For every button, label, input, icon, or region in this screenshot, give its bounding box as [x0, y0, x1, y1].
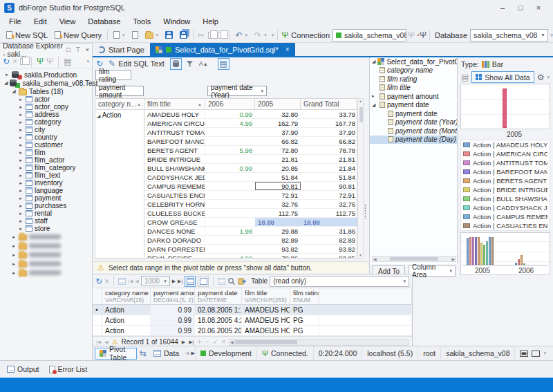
pivot-total-cell[interactable]: 37.90 [301, 128, 357, 136]
pivot-total-cell[interactable]: 112.75 [301, 209, 357, 217]
pivot-2005-cell[interactable]: 90.81 [255, 182, 301, 190]
grid-cell[interactable]: 0.99 [151, 305, 195, 315]
tree-table-rental[interactable]: ▸rental [0, 209, 92, 217]
status-overflow-icon[interactable]: ▾ [543, 351, 546, 356]
expander-icon[interactable]: ◢ [11, 88, 17, 94]
pivot-2005-cell[interactable]: 21.81 [255, 155, 301, 163]
pivot-total-cell[interactable]: 51.84 [301, 173, 357, 181]
tree-hidden-group[interactable]: ▸ [0, 268, 92, 277]
pivot-row-header-title[interactable]: film title▲ [144, 99, 205, 110]
expander-icon[interactable]: ▸ [18, 173, 24, 178]
pivot-film-title-cell[interactable]: CADDYSHACK JEDI [144, 173, 205, 181]
pivot-2006-cell[interactable]: 1.98 [205, 227, 255, 235]
error-list-button[interactable]: Error List [46, 364, 91, 375]
grid-cell[interactable]: AMADEUS HOLY [242, 305, 290, 315]
pivot-2005-cell[interactable]: 162.79 [255, 119, 301, 127]
grid-cell[interactable]: AMADEUS HOLY [242, 326, 290, 335]
field-item[interactable]: category name [370, 66, 457, 75]
expander-icon[interactable]: ▸ [18, 196, 24, 201]
pivot-total-cell[interactable]: 21.84 [301, 164, 357, 172]
expander-icon[interactable]: ▸ [18, 142, 24, 148]
pivot-total-cell[interactable]: 31.86 [301, 227, 357, 235]
explorer-new-connection-icon[interactable]: Ψ [37, 57, 44, 66]
toolbar-overflow-icon[interactable]: ▾ [272, 32, 274, 38]
expander-icon[interactable]: ◢ [4, 80, 8, 86]
redo-button[interactable]: ↷▾ [251, 30, 270, 41]
pivot-total-cell[interactable]: 82.89 [301, 236, 357, 244]
tree-table-film_category[interactable]: ▸film_category [0, 164, 92, 171]
expander-icon[interactable]: ▸ [18, 226, 24, 232]
field-item[interactable]: payment date (Day) [370, 136, 457, 144]
connection-select[interactable]: sakila_schema_v08... ▾ [332, 29, 406, 41]
tree-table-inventory[interactable]: ▸inventory [0, 179, 92, 187]
prev-page-icon[interactable]: ◀ [135, 279, 138, 284]
toolbar-overflow-icon-2[interactable]: ▾ [551, 32, 553, 38]
pivot-2006-cell[interactable] [205, 209, 255, 217]
grid-cell[interactable]: 0.99 [151, 326, 195, 335]
tree-table-staff[interactable]: ▸staff [0, 217, 92, 225]
new-connection-icon[interactable]: Ψ [280, 31, 290, 39]
pivot-2005-cell[interactable]: 72.91 [255, 191, 301, 199]
table-mode-select[interactable]: (read only)▾ [270, 276, 409, 287]
pivot-column-header-2006[interactable]: 2006 [205, 99, 255, 110]
expander-icon[interactable]: ▸ [11, 252, 17, 258]
pivot-film-title-cell[interactable]: CLUELESS BUCKET [144, 209, 205, 217]
menu-edit[interactable]: Edit [28, 16, 53, 27]
chart-type-select[interactable]: Bar [492, 60, 503, 68]
save-all-button[interactable] [176, 30, 191, 40]
grid-column-header-category-name[interactable]: category nameVARCHAR(25) [102, 288, 151, 304]
paste-icon[interactable] [216, 32, 227, 39]
grid-cell[interactable]: PG [290, 326, 319, 335]
explorer-close-icon[interactable]: × [86, 46, 89, 53]
grid-cell[interactable]: PG [290, 305, 319, 315]
pivot-2006-cell[interactable] [205, 218, 255, 226]
grid-row[interactable]: Action0.9918.08.2005 4:26:54AMADEUS HOLY… [93, 315, 412, 326]
search-data-icon[interactable] [227, 277, 236, 286]
tree-server-test[interactable]: ◢sakila_schema_v08.Test [0, 79, 92, 87]
expander-icon[interactable]: ▸ [11, 270, 17, 276]
data-source-toggle[interactable] [170, 58, 182, 70]
menu-window[interactable]: Window [157, 16, 196, 27]
explorer-duplicate-icon[interactable] [20, 58, 26, 65]
record-cancel-icon[interactable]: × [222, 338, 226, 346]
swap-views-icon[interactable]: ⇆ [140, 349, 147, 357]
cut-icon[interactable]: ✂ [196, 31, 206, 39]
explorer-float-icon[interactable]: □ [66, 46, 70, 53]
undo-button[interactable]: ↶▾ [232, 30, 252, 41]
pivot-total-cell[interactable]: 32.76 [301, 200, 357, 208]
grid-cell[interactable]: 02.08.2005 1:16:59 [195, 305, 242, 315]
pivot-2006-cell[interactable]: 4.99 [205, 254, 255, 259]
pivot-2006-cell[interactable] [205, 191, 255, 199]
export-data-icon[interactable] [238, 277, 246, 286]
pivot-film-title-cell[interactable]: BERETS AGENT [144, 146, 205, 154]
pivot-2006-cell[interactable] [205, 236, 255, 244]
pin-grid-icon[interactable] [218, 278, 225, 285]
pivot-2006-cell[interactable]: 0.99 [205, 164, 255, 172]
expander-icon[interactable]: ▸ [11, 243, 17, 249]
pivot-total-cell[interactable]: 78.78 [301, 146, 357, 154]
expander-icon[interactable]: ◢ [372, 102, 377, 108]
pivot-2005-cell[interactable]: 29.88 [255, 227, 301, 235]
pivot-2005-cell[interactable]: 112.75 [255, 209, 301, 217]
expander-icon[interactable]: ▸ [11, 234, 17, 240]
pivot-total-cell[interactable]: 90.81 [301, 182, 357, 190]
expander-icon[interactable]: ▸ [18, 188, 24, 194]
grid-stop-icon[interactable]: × [104, 277, 109, 286]
new-query-button[interactable]: New Query [51, 30, 105, 41]
tree-hidden-group[interactable]: ▸ [0, 250, 92, 259]
record-add-icon[interactable]: + [197, 338, 201, 346]
pivot-2005-cell[interactable]: 51.84 [255, 173, 301, 181]
record-first-icon[interactable]: |◀ [96, 339, 101, 345]
pivot-column-header-2005[interactable]: 2005 [255, 99, 301, 110]
menu-tools[interactable]: Tools [126, 16, 157, 27]
tabs-prev-icon[interactable]: ◀ [185, 351, 189, 356]
new-sql-button[interactable]: New SQL [3, 30, 51, 41]
pivot-total-cell[interactable]: 167.78 [301, 119, 357, 127]
legend-item[interactable]: Action | CADDYSHACK JEDI : 51.84 [461, 203, 550, 212]
tree-server-production[interactable]: ▸sakila.Production [0, 71, 92, 79]
explorer-refresh-icon[interactable]: ↻ [3, 57, 10, 66]
pivot-film-title-cell[interactable]: CASUALTIES ENCINO [144, 191, 205, 199]
tab-close-icon[interactable]: × [285, 46, 290, 53]
pivot-film-title-cell[interactable]: BRIDE INTRIGUE [144, 155, 205, 163]
pivot-2006-cell[interactable] [205, 173, 255, 181]
